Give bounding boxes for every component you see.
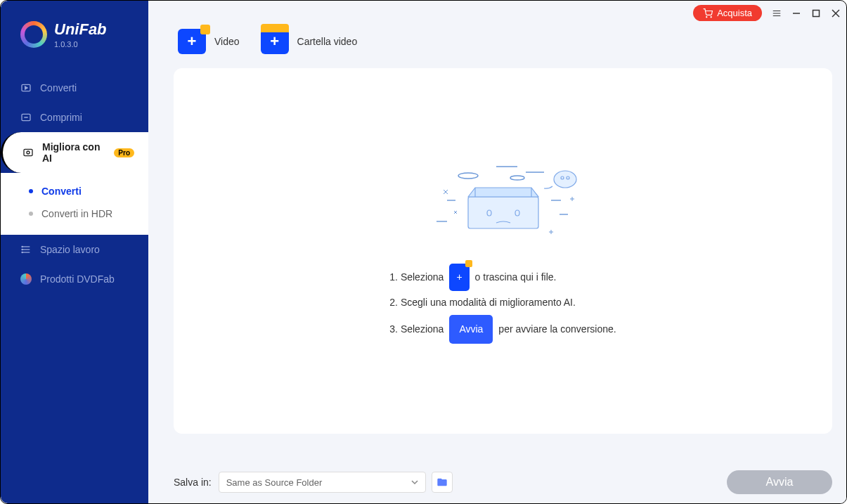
- sidebar-item-label: Spazio lavoro: [40, 244, 100, 255]
- svg-point-0: [706, 16, 707, 17]
- bullet-icon: [29, 212, 33, 216]
- svg-point-14: [27, 151, 30, 154]
- step3-post: per avviare la conversione.: [498, 318, 616, 342]
- drop-card[interactable]: 1. Seleziona + o trascina qui i file. 2.…: [174, 68, 832, 434]
- app-version: 1.0.3.0: [54, 40, 107, 49]
- folder-icon: [437, 477, 448, 488]
- svg-point-20: [22, 252, 22, 252]
- close-icon[interactable]: [831, 8, 841, 18]
- pro-badge: Pro: [114, 148, 134, 157]
- play-icon: [20, 82, 32, 93]
- sidebar-subitem-converti[interactable]: Converti: [1, 180, 148, 202]
- svg-point-36: [510, 176, 524, 180]
- svg-marker-10: [25, 86, 27, 89]
- svg-point-35: [458, 173, 478, 179]
- step1-pre: 1. Seleziona: [389, 266, 444, 290]
- minimize-icon[interactable]: [791, 8, 801, 18]
- sidebar-item-label: Prodotti DVDFab: [40, 273, 115, 285]
- ai-icon: [22, 147, 34, 158]
- workspace-icon: [20, 244, 32, 255]
- sidebar-subitem-label: Converti in HDR: [41, 208, 112, 219]
- sidebar-subitems: Converti Converti in HDR: [1, 173, 148, 235]
- mini-add-button[interactable]: +: [449, 264, 469, 292]
- sidebar-item-label: Converti: [40, 82, 77, 93]
- save-location-value: Same as Source Folder: [226, 477, 323, 488]
- svg-rect-13: [24, 149, 32, 155]
- cart-icon: [703, 8, 713, 18]
- folder-plus-icon: +: [261, 29, 289, 54]
- compress-icon: [20, 112, 32, 123]
- sidebar-item-label: Migliora con AI: [42, 141, 103, 164]
- sidebar-subitem-label: Converti: [41, 186, 82, 197]
- svg-point-1: [711, 16, 711, 17]
- instructions: 1. Seleziona + o trascina qui i file. 2.…: [389, 264, 616, 344]
- svg-point-19: [22, 249, 22, 250]
- video-plus-icon: +: [178, 29, 206, 54]
- menu-icon[interactable]: [772, 8, 782, 18]
- sidebar-item-prodotti-dvdfab[interactable]: Prodotti DVDFab: [1, 264, 148, 294]
- svg-point-18: [22, 246, 22, 247]
- mini-start-button[interactable]: Avvia: [449, 315, 493, 344]
- logo: UniFab 1.0.3.0: [1, 1, 148, 73]
- save-in-label: Salva in:: [174, 477, 212, 488]
- bullet-icon: [29, 189, 33, 193]
- sidebar-subitem-converti-hdr[interactable]: Converti in HDR: [1, 202, 148, 225]
- sidebar-item-label: Comprimi: [40, 112, 82, 123]
- dvdfab-icon: [20, 273, 32, 285]
- logo-icon: [20, 21, 47, 48]
- svg-point-26: [554, 171, 576, 188]
- chevron-down-icon: [411, 479, 418, 486]
- footer: Salva in: Same as Source Folder Avvia: [148, 461, 846, 503]
- sidebar-item-migliora-ai[interactable]: Migliora con AI Pro: [1, 132, 148, 173]
- step1-post: o trascina qui i file.: [475, 266, 557, 290]
- maximize-icon[interactable]: [811, 8, 821, 18]
- add-folder-label: Cartella video: [297, 36, 358, 47]
- sidebar-item-spazio-lavoro[interactable]: Spazio lavoro: [1, 235, 148, 264]
- main-area: + Video + Cartella video: [148, 1, 846, 503]
- add-video-label: Video: [214, 36, 240, 47]
- step2: 2. Scegli una modalità di miglioramento …: [389, 291, 616, 315]
- buy-button[interactable]: Acquista: [693, 5, 762, 21]
- app-name: UniFab: [54, 20, 107, 39]
- sidebar: UniFab 1.0.3.0 Converti Comprimi Miglior…: [1, 1, 148, 503]
- add-folder-button[interactable]: + Cartella video: [261, 29, 358, 54]
- svg-rect-6: [813, 10, 820, 16]
- sidebar-item-converti[interactable]: Converti: [1, 73, 148, 103]
- add-video-button[interactable]: + Video: [178, 29, 240, 54]
- empty-box-illustration: [412, 158, 595, 243]
- save-location-select[interactable]: Same as Source Folder: [219, 472, 426, 493]
- svg-rect-21: [468, 197, 538, 228]
- start-button[interactable]: Avvia: [727, 470, 832, 494]
- buy-label: Acquista: [717, 8, 752, 18]
- sidebar-item-comprimi[interactable]: Comprimi: [1, 103, 148, 132]
- step3-pre: 3. Seleziona: [389, 318, 444, 342]
- browse-folder-button[interactable]: [432, 472, 453, 493]
